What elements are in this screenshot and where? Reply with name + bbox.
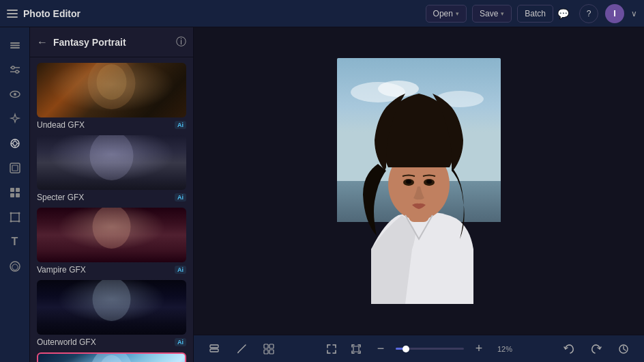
expand-icon[interactable]: ∨ — [631, 9, 637, 18]
topbar-center: Open ▾ Save ▾ Batch — [426, 5, 553, 23]
effect-name-undead: Undead GFX — [37, 120, 85, 130]
open-button[interactable]: Open ▾ — [426, 5, 467, 23]
svg-point-12 — [13, 141, 17, 145]
effect-name-outerworld: Outerworld GFX — [37, 337, 96, 347]
list-item[interactable]: Outerworld GFX Ai — [30, 280, 193, 352]
sidebar-icon-layers[interactable] — [4, 34, 26, 56]
undo-button[interactable] — [559, 339, 579, 359]
open-chevron-icon: ▾ — [456, 10, 459, 17]
help-icon[interactable]: ? — [579, 4, 598, 23]
svg-rect-20 — [16, 188, 20, 192]
zoom-slider[interactable] — [396, 348, 464, 350]
svg-rect-2 — [10, 47, 20, 48]
topbar: Photo Editor Open ▾ Save ▾ Batch 💬 ? I ∨ — [0, 0, 644, 27]
effect-label-vampire: Vampire GFX Ai — [37, 265, 186, 275]
svg-point-10 — [14, 93, 16, 96]
svg-point-45 — [406, 180, 411, 184]
svg-point-25 — [18, 212, 20, 214]
svg-point-31 — [90, 135, 134, 180]
sidebar-icon-transform[interactable] — [4, 206, 26, 228]
save-button[interactable]: Save ▾ — [472, 5, 512, 23]
list-item[interactable]: Specter GFX Ai — [30, 135, 193, 208]
sidebar-icon-text[interactable]: T — [4, 231, 26, 253]
effect-name-vampire: Vampire GFX — [37, 265, 86, 275]
icon-sidebar: T — [0, 27, 30, 362]
effect-name-specter: Specter GFX — [37, 193, 84, 202]
svg-point-24 — [10, 212, 12, 214]
photo-frame — [337, 58, 501, 304]
sidebar-icon-elements[interactable] — [4, 182, 26, 204]
list-item[interactable]: Undead GFX Ai — [30, 57, 193, 135]
svg-rect-48 — [210, 349, 218, 352]
effect-thumbnail-specter — [37, 135, 186, 190]
sidebar-icon-retouch[interactable] — [4, 133, 26, 154]
sidebar-icon-frames[interactable] — [4, 157, 26, 179]
redo-button[interactable] — [587, 339, 606, 359]
ai-badge-outerworld: Ai — [175, 338, 186, 346]
layers-bottom-icon[interactable] — [205, 339, 224, 359]
grid-bottom-icon[interactable] — [259, 339, 278, 359]
ai-badge-specter: Ai — [175, 193, 186, 201]
svg-point-34 — [90, 354, 133, 362]
svg-rect-19 — [10, 188, 14, 192]
main-area: T ← Fantasy Portrait ⓘ — [0, 27, 644, 362]
svg-point-29 — [88, 63, 136, 109]
batch-button[interactable]: Batch — [517, 5, 553, 23]
effect-list: Undead GFX Ai Specter GFX Ai — [30, 57, 193, 362]
save-chevron-icon: ▾ — [501, 10, 504, 17]
svg-point-26 — [10, 221, 12, 223]
zoom-in-button[interactable]: + — [469, 339, 488, 359]
svg-rect-52 — [269, 350, 274, 354]
canvas-area: − + 12% — [194, 27, 644, 362]
chat-icon[interactable]: 💬 — [553, 4, 572, 23]
sidebar-icon-magic[interactable] — [4, 108, 26, 130]
app-title: Photo Editor — [23, 8, 80, 19]
svg-point-32 — [93, 208, 131, 249]
sidebar-icon-effects[interactable] — [4, 255, 26, 277]
svg-point-46 — [426, 180, 432, 184]
history-button[interactable] — [614, 339, 633, 359]
svg-point-33 — [93, 280, 131, 321]
toolbar-left — [205, 339, 278, 359]
panel-header: ← Fantasy Portrait ⓘ — [30, 27, 193, 57]
canvas-workspace[interactable] — [194, 27, 644, 335]
svg-rect-49 — [264, 344, 268, 348]
svg-point-38 — [378, 81, 419, 97]
effect-thumbnail-outerworld — [37, 280, 186, 335]
svg-point-30 — [97, 64, 127, 100]
svg-rect-17 — [10, 163, 20, 173]
effect-thumbnail-deepfreeze — [37, 352, 186, 362]
effects-panel: ← Fantasy Portrait ⓘ Undead GFX Ai — [30, 27, 194, 362]
zoom-label: 12% — [494, 345, 516, 353]
topbar-right: 💬 ? I ∨ — [553, 4, 637, 23]
svg-rect-18 — [12, 165, 18, 171]
info-button[interactable]: ⓘ — [176, 36, 186, 48]
bottom-toolbar: − + 12% — [194, 335, 644, 362]
sidebar-icon-adjust[interactable] — [4, 59, 26, 81]
ai-badge-undead: Ai — [175, 121, 186, 129]
svg-rect-53 — [353, 346, 359, 352]
ai-badge-vampire: Ai — [175, 266, 186, 274]
svg-point-27 — [18, 221, 20, 223]
effect-label-specter: Specter GFX Ai — [37, 193, 186, 202]
fit-icon[interactable] — [347, 339, 366, 359]
brush-bottom-icon[interactable] — [232, 339, 251, 359]
list-item[interactable]: Vampire GFX Ai — [30, 208, 193, 280]
svg-rect-50 — [269, 344, 274, 348]
zoom-out-button[interactable]: − — [371, 339, 390, 359]
svg-point-35 — [100, 355, 123, 362]
svg-rect-47 — [210, 345, 218, 348]
sidebar-icon-view[interactable] — [4, 83, 26, 105]
toolbar-center: − + 12% — [285, 339, 553, 359]
menu-icon[interactable] — [7, 10, 18, 18]
back-button[interactable]: ← — [37, 36, 48, 48]
svg-point-6 — [16, 70, 18, 73]
zoom-slider-thumb — [402, 346, 409, 352]
user-avatar[interactable]: I — [605, 4, 624, 23]
expand-frame-icon[interactable] — [322, 339, 341, 359]
effect-label-undead: Undead GFX Ai — [37, 120, 186, 130]
svg-rect-51 — [264, 350, 268, 354]
svg-point-28 — [10, 262, 20, 271]
svg-point-3 — [12, 66, 14, 69]
list-item[interactable]: Deep Freeze GFX Ai — [30, 352, 193, 362]
